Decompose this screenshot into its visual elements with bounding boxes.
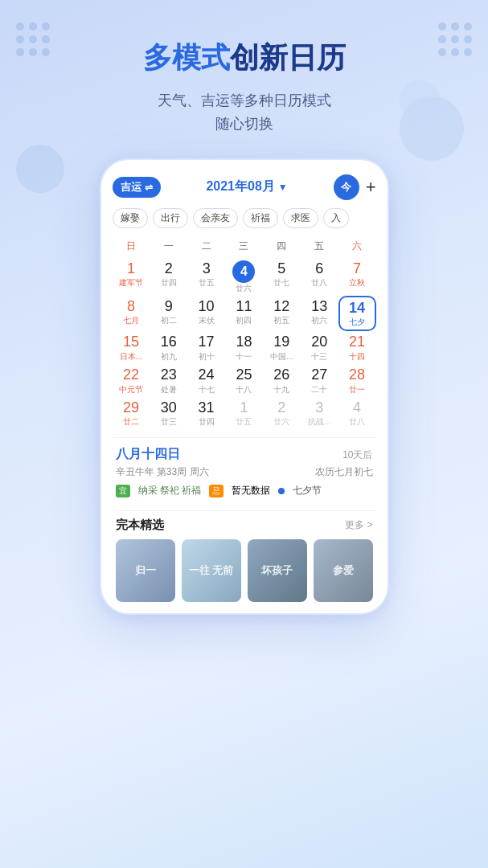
calendar-day-32[interactable]: 1廿五 xyxy=(225,397,263,430)
calendar-day-33[interactable]: 2廿六 xyxy=(263,397,301,430)
meta-right-text: 农历七月初七 xyxy=(315,465,373,479)
lunar-date-label: 八月十四日 xyxy=(116,446,180,463)
day-info-section: 八月十四日 10天后 辛丑牛年 第33周 周六 农历七月初七 宜 纳采 祭祀 祈… xyxy=(113,446,376,504)
weekday-header: 日 一 二 三 四 五 六 xyxy=(113,238,376,255)
tag-jiajuan[interactable]: 嫁娶 xyxy=(113,208,148,228)
book-item-1[interactable]: 归一 xyxy=(116,539,175,602)
calendar-day-14[interactable]: 14七夕 xyxy=(338,296,376,332)
hero-subtitle: 天气、吉运等多种日历模式 随心切换 xyxy=(0,89,488,136)
tag-chuxing[interactable]: 出行 xyxy=(153,208,188,228)
calendar-day-10[interactable]: 10末伏 xyxy=(187,296,225,332)
category-tag-bar: 嫁娶 出行 会亲友 祈福 求医 入 xyxy=(113,208,376,228)
calendar-day-11[interactable]: 11初四 xyxy=(225,296,263,332)
books-section-title: 完本精选 xyxy=(116,518,164,533)
info-row-meta: 辛丑牛年 第33周 周六 农历七月初七 xyxy=(116,465,373,479)
inauspicious-tag: 忌 xyxy=(209,485,223,497)
calendar-day-24[interactable]: 24十七 xyxy=(187,364,225,397)
festival-label: 七夕节 xyxy=(293,484,322,497)
tag-more[interactable]: 入 xyxy=(323,208,349,228)
calendar-day-8[interactable]: 8七月 xyxy=(113,296,150,332)
hero-subtitle-line2: 随心切换 xyxy=(0,113,488,136)
calendar-day-6[interactable]: 6廿八 xyxy=(301,258,338,296)
tag-qifu[interactable]: 祈福 xyxy=(243,208,278,228)
calendar-day-17[interactable]: 17初十 xyxy=(187,331,225,364)
hero-title-accent: 多模式 xyxy=(143,41,230,74)
calendar-day-28[interactable]: 28廿一 xyxy=(338,364,376,397)
book-item-3[interactable]: 坏孩子 xyxy=(248,539,307,602)
festival-dot xyxy=(278,488,285,494)
calendar-day-18[interactable]: 18十一 xyxy=(225,331,263,364)
month-label: 2021年08月 xyxy=(206,178,274,195)
books-list: 归一一往 无前坏孩子参爱 xyxy=(116,539,373,602)
calendar-day-34[interactable]: 3抗战... xyxy=(301,397,338,430)
books-section: 完本精选 更多 > 归一一往 无前坏孩子参爱 xyxy=(113,518,376,613)
month-selector[interactable]: 2021年08月 ▼ xyxy=(206,178,287,195)
books-header: 完本精选 更多 > xyxy=(116,518,373,533)
calendar-day-21[interactable]: 21十四 xyxy=(338,331,376,364)
weekday-fri: 五 xyxy=(301,238,338,255)
weekday-sat: 六 xyxy=(338,238,376,255)
hero-subtitle-line1: 天气、吉运等多种日历模式 xyxy=(0,89,488,113)
phone-wrapper: 吉运 ⇌ 2021年08月 ▼ 今 + 嫁娶 xyxy=(0,158,488,615)
inauspicious-content: 暂无数据 xyxy=(232,484,270,497)
calendar-day-4[interactable]: 4廿六 xyxy=(225,258,263,296)
days-later-label: 10天后 xyxy=(342,448,372,462)
info-row-primary: 八月十四日 10天后 xyxy=(116,446,373,463)
calendar-day-5[interactable]: 5廿七 xyxy=(263,258,301,296)
books-divider xyxy=(113,510,376,511)
book-item-4[interactable]: 参爱 xyxy=(314,539,373,602)
calendar-day-15[interactable]: 15日本... xyxy=(113,331,150,364)
calendar-day-9[interactable]: 9初二 xyxy=(150,296,187,332)
weekday-mon: 一 xyxy=(150,238,187,255)
calendar-day-20[interactable]: 20十三 xyxy=(301,331,338,364)
calendar-day-25[interactable]: 25十八 xyxy=(225,364,263,397)
weekday-sun: 日 xyxy=(113,238,150,255)
calendar-day-22[interactable]: 22中元节 xyxy=(113,364,150,397)
info-row-auspicious: 宜 纳采 祭祀 祈福 忌 暂无数据 七夕节 xyxy=(116,484,373,497)
calendar-day-30[interactable]: 30廿三 xyxy=(150,397,187,430)
calendar-day-27[interactable]: 27二十 xyxy=(301,364,338,397)
calendar-day-1[interactable]: 1建军节 xyxy=(113,258,150,296)
tag-huiqinyou[interactable]: 会亲友 xyxy=(193,208,238,228)
meta-text: 辛丑牛年 第33周 周六 xyxy=(116,466,209,477)
swap-icon: ⇌ xyxy=(145,182,153,193)
calendar-day-35[interactable]: 4廿八 xyxy=(338,397,376,430)
calendar-day-29[interactable]: 29廿二 xyxy=(113,397,150,430)
auspicious-tag: 宜 xyxy=(116,485,130,497)
weekday-tue: 二 xyxy=(187,238,225,255)
calendar-grid: 1建军节2廿四3廿五4廿六5廿七6廿八7立秋8七月9初二10末伏11初四12初五… xyxy=(113,258,376,429)
calendar-day-26[interactable]: 26十九 xyxy=(263,364,301,397)
tag-qiuyi[interactable]: 求医 xyxy=(283,208,318,228)
header-right-actions: 今 + xyxy=(334,174,376,200)
weekday-thu: 四 xyxy=(263,238,301,255)
book-item-2[interactable]: 一往 无前 xyxy=(182,539,241,602)
calendar-day-12[interactable]: 12初五 xyxy=(263,296,301,332)
calendar-divider xyxy=(113,437,376,438)
chevron-down-icon: ▼ xyxy=(278,182,288,193)
today-button[interactable]: 今 xyxy=(334,174,359,200)
hero-section: 多模式创新日历 天气、吉运等多种日历模式 随心切换 xyxy=(0,0,488,136)
phone-mockup: 吉运 ⇌ 2021年08月 ▼ 今 + 嫁娶 xyxy=(100,158,389,615)
calendar-day-19[interactable]: 19中国... xyxy=(263,331,301,364)
hero-title: 多模式创新日历 xyxy=(0,40,488,75)
weekday-wed: 三 xyxy=(225,238,263,255)
add-event-button[interactable]: + xyxy=(366,178,376,196)
books-more-link[interactable]: 更多 > xyxy=(345,518,372,532)
hero-title-rest: 创新日历 xyxy=(230,41,346,74)
calendar-day-13[interactable]: 13初六 xyxy=(301,296,338,332)
mode-button[interactable]: 吉运 ⇌ xyxy=(113,177,161,198)
calendar-day-3[interactable]: 3廿五 xyxy=(187,258,225,296)
calendar-day-31[interactable]: 31廿四 xyxy=(187,397,225,430)
calendar-day-16[interactable]: 16初九 xyxy=(150,331,187,364)
calendar-day-2[interactable]: 2廿四 xyxy=(150,258,187,296)
calendar-header: 吉运 ⇌ 2021年08月 ▼ 今 + xyxy=(113,174,376,200)
auspicious-content: 纳采 祭祀 祈福 xyxy=(138,484,202,497)
mode-label: 吉运 xyxy=(121,180,141,194)
calendar-day-7[interactable]: 7立秋 xyxy=(338,258,376,296)
calendar-day-23[interactable]: 23处暑 xyxy=(150,364,187,397)
phone-inner: 吉运 ⇌ 2021年08月 ▼ 今 + 嫁娶 xyxy=(101,160,388,613)
